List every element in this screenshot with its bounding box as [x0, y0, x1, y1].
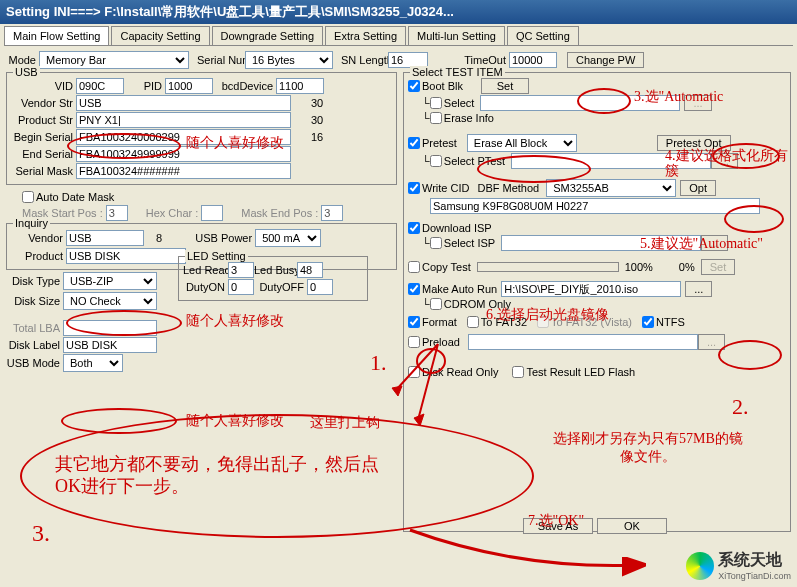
boot-select-input	[480, 95, 680, 111]
duty-on-label: DutyON	[183, 281, 228, 293]
erase-info-label: Erase Info	[444, 112, 494, 124]
mode-label: Mode	[4, 54, 39, 66]
ptest-browse-button: ...	[711, 153, 738, 169]
boot-blk-checkbox[interactable]	[408, 80, 420, 92]
led-busy-input[interactable]	[297, 262, 323, 278]
dbf-select[interactable]: SM3255AB	[546, 179, 676, 197]
boot-select-label: Select	[444, 97, 475, 109]
tab-capacity[interactable]: Capacity Setting	[111, 26, 209, 45]
boot-set-button[interactable]: Set	[481, 78, 529, 94]
begin-serial-input[interactable]	[76, 129, 291, 145]
vendor-str-input[interactable]	[76, 95, 291, 111]
tab-bar: Main Flow Setting Capacity Setting Downg…	[4, 26, 793, 46]
save-as-button[interactable]: Save As	[523, 518, 593, 534]
duty-on-input[interactable]	[228, 279, 254, 295]
led-ready-input[interactable]	[228, 262, 254, 278]
serial-mask-input[interactable]	[76, 163, 291, 179]
bcd-input[interactable]	[276, 78, 324, 94]
duty-off-label: DutyOFF	[254, 281, 307, 293]
pid-input[interactable]	[165, 78, 213, 94]
download-isp-checkbox[interactable]	[408, 222, 420, 234]
change-pw-button[interactable]: Change PW	[567, 52, 644, 68]
make-auto-checkbox[interactable]	[408, 283, 420, 295]
serial-label: Serial Number	[197, 54, 245, 66]
iso-browse-button[interactable]: ...	[685, 281, 712, 297]
inq-product-input[interactable]	[66, 248, 186, 264]
tab-extra[interactable]: Extra Setting	[325, 26, 406, 45]
begin-16: 16	[311, 131, 323, 143]
disk-label-label: Disk Label	[4, 339, 63, 351]
auto-date-mask-checkbox[interactable]	[22, 191, 34, 203]
chip-input[interactable]	[430, 198, 760, 214]
tab-qc[interactable]: QC Setting	[507, 26, 579, 45]
mask-end-input	[321, 205, 343, 221]
vendor-str-label: Vendor Str	[11, 97, 76, 109]
preload-browse-button: ...	[698, 334, 725, 350]
mode-select[interactable]: Memory Bar	[39, 51, 189, 69]
hex-char-input	[201, 205, 223, 221]
inq-vendor-input[interactable]	[66, 230, 144, 246]
disk-size-select[interactable]: NO Check	[63, 292, 157, 310]
write-cid-checkbox[interactable]	[408, 182, 420, 194]
cdrom-only-checkbox[interactable]	[430, 298, 442, 310]
select-isp-checkbox[interactable]	[430, 237, 442, 249]
pretest-select[interactable]: Erase All Block	[467, 134, 577, 152]
usb-power-label: USB Power	[182, 232, 255, 244]
erase-info-checkbox[interactable]	[430, 112, 442, 124]
ok-button[interactable]: OK	[597, 518, 667, 534]
total-lba-label: Total LBA	[4, 322, 63, 334]
timeout-label: TimeOut	[458, 54, 509, 66]
serial-select[interactable]: 16 Bytes	[245, 51, 333, 69]
test-fieldset: Select TEST ITEM Boot BlkSet └ Select...…	[403, 72, 791, 532]
pretest-opt-button[interactable]: Pretest Opt	[657, 135, 731, 151]
disk-type-select[interactable]: USB-ZIP	[63, 272, 157, 290]
select-ptest-checkbox[interactable]	[430, 155, 442, 167]
format-checkbox[interactable]	[408, 316, 420, 328]
fat32v-checkbox	[537, 316, 549, 328]
total-lba-input	[63, 320, 157, 336]
timeout-input[interactable]	[509, 52, 557, 68]
read-only-checkbox[interactable]	[408, 366, 420, 378]
hex-char-label: Hex Char :	[146, 207, 202, 219]
test-legend: Select TEST ITEM	[410, 66, 505, 78]
ntfs-label: NTFS	[656, 316, 685, 328]
isp-browse-button: ...	[701, 235, 728, 251]
pid-label: PID	[124, 80, 165, 92]
preload-checkbox[interactable]	[408, 336, 420, 348]
pretest-checkbox[interactable]	[408, 137, 420, 149]
iso-input[interactable]	[501, 281, 681, 297]
disk-size-label: Disk Size	[4, 295, 63, 307]
boot-browse-button: ...	[684, 95, 711, 111]
duty-off-input[interactable]	[307, 279, 333, 295]
tab-downgrade[interactable]: Downgrade Setting	[212, 26, 324, 45]
led-flash-checkbox[interactable]	[512, 366, 524, 378]
product-str-input[interactable]	[76, 112, 291, 128]
led-fieldset: LED Setting Led ReadyLed Busy DutyONDuty…	[178, 256, 368, 301]
usb-legend: USB	[13, 66, 40, 78]
vendor-30: 30	[311, 97, 323, 109]
titlebar: Setting INI===> F:\Install\常用软件\U盘工具\量产工…	[0, 0, 797, 24]
fat32-checkbox[interactable]	[467, 316, 479, 328]
inq-product-label: Product	[11, 250, 66, 262]
pretest-label: Pretest	[422, 137, 457, 149]
make-auto-label: Make Auto Run	[422, 283, 497, 295]
tab-main-flow[interactable]: Main Flow Setting	[4, 26, 109, 45]
fat32-label: To FAT32	[481, 316, 527, 328]
vid-label: VID	[11, 80, 76, 92]
preload-input	[468, 334, 698, 350]
ntfs-checkbox[interactable]	[642, 316, 654, 328]
copy-test-checkbox[interactable]	[408, 261, 420, 273]
vid-input[interactable]	[76, 78, 124, 94]
disk-label-input[interactable]	[63, 337, 157, 353]
end-serial-input[interactable]	[76, 146, 291, 162]
usb-mode-select[interactable]: Both	[63, 354, 123, 372]
usb-power-select[interactable]: 500 mA	[255, 229, 321, 247]
led-busy-label: Led Busy	[254, 264, 297, 276]
dbf-opt-button[interactable]: Opt	[680, 180, 716, 196]
tab-multilun[interactable]: Multi-lun Setting	[408, 26, 505, 45]
boot-blk-label: Boot Blk	[422, 80, 463, 92]
inq-8: 8	[156, 232, 162, 244]
end-serial-label: End Serial	[11, 148, 76, 160]
boot-select-checkbox[interactable]	[430, 97, 442, 109]
cdrom-only-label: CDROM Only	[444, 298, 511, 310]
